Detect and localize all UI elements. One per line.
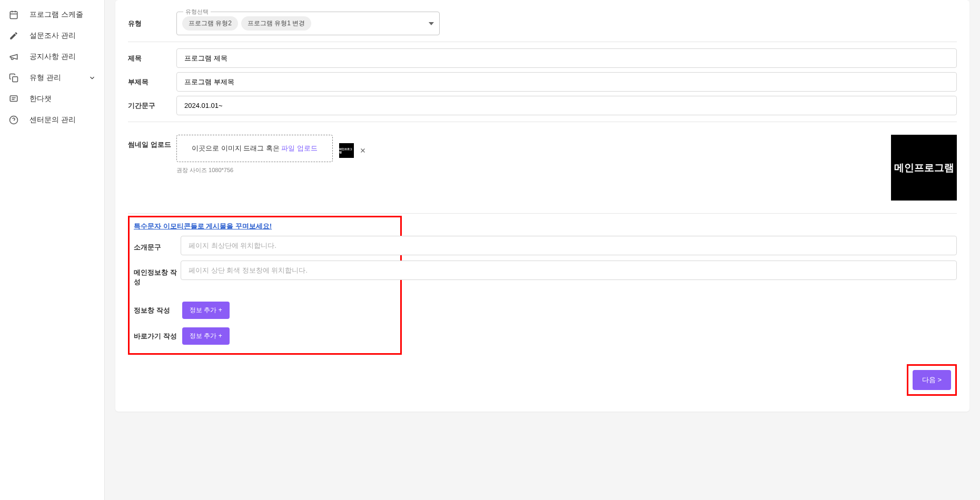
help-icon [8, 115, 19, 125]
add-shortcut-button[interactable]: 정보 추가 + [182, 327, 230, 345]
calendar-icon [8, 9, 19, 20]
sidebar-item-center-inquiry[interactable]: 센터문의 관리 [0, 109, 104, 131]
emoji-decorator-link[interactable]: 특수문자 이모티콘들로 게시물을 꾸며보세요! [134, 222, 272, 231]
type-select[interactable]: 유형선택 프로그램 유형2 프로그램 유형1 변경 [176, 12, 440, 35]
next-highlight: 다음 > [907, 364, 957, 396]
shortcut-label: 바로가기 작성 [134, 332, 182, 341]
main-info-label: 메인정보창 작성 [134, 268, 182, 287]
title-label: 제목 [128, 54, 176, 63]
footer-area: 다음 > [128, 364, 957, 396]
thumbnail-mini: 메인프로그램 [339, 143, 367, 158]
period-input[interactable] [176, 96, 957, 115]
sidebar-item-label: 유형 관리 [29, 73, 61, 83]
sidebar-item-label: 한다챗 [29, 94, 52, 104]
chevron-down-icon [88, 74, 96, 82]
info-section-row: 정보창 작성 정보 추가 + [134, 302, 396, 319]
period-label: 기간문구 [128, 101, 176, 111]
file-upload-link[interactable]: 파일 업로드 [281, 144, 318, 152]
thumbnail-large-preview: 메인프로그램 [891, 135, 957, 201]
sidebar-item-notice[interactable]: 공지사항 관리 [0, 46, 104, 67]
dropdown-arrow-icon [429, 22, 434, 25]
type-label: 유형 [128, 19, 176, 28]
intro-input[interactable] [181, 236, 957, 255]
sidebar-item-schedule[interactable]: 프로그램 스케줄 [0, 4, 104, 25]
copy-icon [8, 73, 19, 83]
thumbnail-remove-button[interactable] [359, 147, 367, 154]
thumbnail-mini-preview: 메인프로그램 [339, 143, 354, 158]
sidebar-item-label: 설문조사 관리 [29, 31, 76, 41]
info-section-label: 정보창 작성 [134, 306, 182, 315]
thumbnail-row: 썸네일 업로드 이곳으로 이미지 드래그 혹은 파일 업로드 메인프로그램 [128, 122, 957, 214]
megaphone-icon [8, 52, 19, 62]
subtitle-label: 부제목 [128, 77, 176, 87]
sidebar: 프로그램 스케줄 설문조사 관리 공지사항 관리 유형 관리 [0, 0, 105, 500]
sidebar-item-handa-chat[interactable]: 한다챗 [0, 88, 104, 109]
period-row: 기간문구 [128, 94, 957, 122]
thumbnail-dropzone[interactable]: 이곳으로 이미지 드래그 혹은 파일 업로드 [176, 135, 333, 162]
type-chip[interactable]: 프로그램 유형2 [182, 16, 238, 31]
type-row: 유형 유형선택 프로그램 유형2 프로그램 유형1 변경 [128, 5, 957, 42]
form-card: 유형 유형선택 프로그램 유형2 프로그램 유형1 변경 제목 [115, 0, 969, 412]
shortcut-row: 바로가기 작성 정보 추가 + [134, 327, 396, 345]
svg-rect-0 [10, 12, 17, 19]
subtitle-input[interactable] [176, 72, 957, 92]
intro-label: 소개문구 [134, 243, 182, 252]
pencil-icon [8, 31, 19, 41]
next-button[interactable]: 다음 > [913, 370, 951, 390]
svg-rect-5 [10, 96, 17, 102]
title-input[interactable] [176, 48, 957, 68]
type-chip[interactable]: 프로그램 유형1 변경 [241, 16, 311, 31]
sidebar-item-label: 센터문의 관리 [29, 115, 76, 125]
thumbnail-size-hint: 권장 사이즈 1080*756 [176, 166, 367, 174]
main-info-input[interactable] [181, 261, 957, 280]
title-row: 제목 [128, 42, 957, 70]
add-info-button[interactable]: 정보 추가 + [182, 302, 230, 319]
sidebar-item-label: 프로그램 스케줄 [29, 10, 83, 19]
thumbnail-label: 썸네일 업로드 [128, 135, 176, 149]
sidebar-item-survey[interactable]: 설문조사 관리 [0, 25, 104, 46]
sidebar-item-type-mgmt[interactable]: 유형 관리 [0, 67, 104, 88]
main-content: 유형 유형선택 프로그램 유형2 프로그램 유형1 변경 제목 [105, 0, 980, 500]
sidebar-item-label: 공지사항 관리 [29, 52, 76, 62]
type-legend: 유형선택 [183, 8, 211, 16]
subtitle-row: 부제목 [128, 70, 957, 94]
chat-icon [8, 94, 19, 104]
dropzone-text: 이곳으로 이미지 드래그 혹은 [192, 144, 281, 152]
svg-rect-4 [13, 77, 18, 82]
